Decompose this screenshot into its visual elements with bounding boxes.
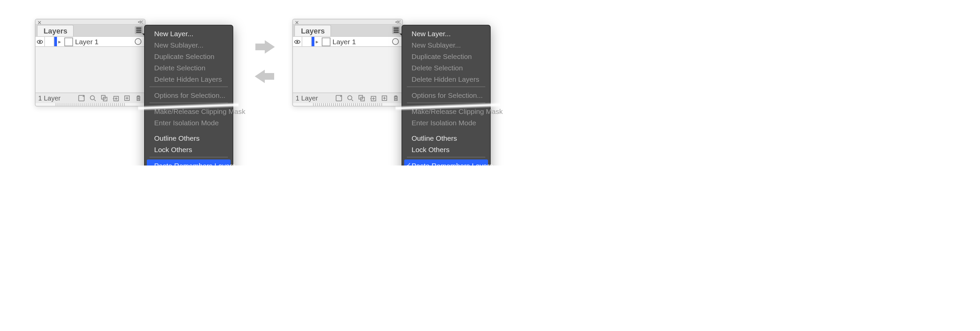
menu-options-for-selection: Options for Selection... — [402, 89, 490, 100]
new-layer-icon[interactable] — [380, 94, 388, 102]
panel-menu-icon[interactable] — [392, 26, 400, 34]
layers-panel: × << Layers ▸ Layer 1 1 Layer — [292, 19, 403, 107]
layer-row[interactable]: ▸ Layer 1 — [35, 36, 145, 47]
tab-layers[interactable]: Layers — [37, 25, 74, 36]
locate-object-icon[interactable] — [334, 94, 342, 102]
menu-delete-selection: Delete Selection — [145, 62, 232, 73]
menu-delete-hidden-layers: Delete Hidden Layers — [402, 73, 490, 84]
arrow-right-icon — [265, 40, 275, 54]
trash-icon[interactable] — [134, 94, 142, 102]
menu-paste-remembers-layers[interactable]: Paste Remembers Layers — [147, 159, 231, 166]
check-icon: ✓ — [406, 161, 412, 166]
menu-separator — [407, 86, 485, 87]
tab-layers[interactable]: Layers — [294, 25, 331, 36]
panel-flyout-menu: New Layer... New Sublayer... Duplicate S… — [144, 25, 233, 166]
menu-new-layer[interactable]: New Layer... — [145, 27, 232, 39]
locate-object-icon[interactable] — [77, 94, 85, 102]
resize-grip[interactable] — [56, 103, 125, 106]
lock-column[interactable] — [302, 37, 312, 46]
menu-options-for-selection: Options for Selection... — [145, 89, 232, 100]
collapse-icon[interactable]: << — [138, 19, 142, 25]
panel-body — [35, 47, 145, 92]
new-sublayer-icon[interactable] — [111, 94, 119, 102]
svg-point-3 — [90, 95, 94, 100]
menu-separator — [150, 86, 228, 87]
layers-panel: × << Layers ▸ Layer 1 1 Layer — [35, 19, 145, 107]
svg-point-1 — [39, 41, 41, 42]
menu-delete-selection: Delete Selection — [402, 62, 490, 73]
layer-count: 1 Layer — [296, 94, 331, 102]
menu-lock-others[interactable]: Lock Others — [402, 143, 490, 155]
panel-footer: 1 Layer — [293, 92, 402, 103]
panel-body — [293, 47, 402, 92]
svg-line-18 — [351, 100, 353, 101]
menu-separator — [150, 157, 228, 158]
menu-delete-hidden-layers: Delete Hidden Layers — [145, 73, 232, 84]
menu-label: Paste Remembers Layers — [412, 161, 493, 166]
clipping-mask-icon[interactable] — [357, 94, 365, 102]
layer-count: 1 Layer — [38, 94, 74, 102]
layer-thumbnail[interactable] — [64, 37, 73, 46]
search-icon[interactable] — [89, 94, 97, 102]
svg-line-4 — [94, 100, 95, 101]
panel-flyout-menu: New Layer... New Sublayer... Duplicate S… — [401, 25, 491, 166]
layer-thumbnail[interactable] — [322, 37, 331, 46]
new-sublayer-icon[interactable] — [369, 94, 377, 102]
collapse-icon[interactable]: << — [395, 19, 399, 25]
trash-icon[interactable] — [391, 94, 399, 102]
layer-name[interactable]: Layer 1 — [332, 38, 356, 46]
layer-color — [54, 37, 57, 46]
panel-menu-icon[interactable] — [135, 26, 143, 34]
clipping-mask-icon[interactable] — [100, 94, 108, 102]
menu-new-sublayer: New Sublayer... — [145, 39, 232, 50]
menu-paste-remembers-layers[interactable]: ✓Paste Remembers Layers — [404, 159, 488, 166]
lock-column[interactable] — [45, 37, 54, 46]
panel-titlebar[interactable]: × << — [293, 19, 402, 25]
menu-outline-others[interactable]: Outline Others — [145, 132, 232, 143]
layer-name[interactable]: Layer 1 — [75, 38, 99, 46]
visibility-icon[interactable] — [293, 37, 302, 46]
menu-lock-others[interactable]: Lock Others — [145, 143, 232, 155]
target-icon[interactable] — [135, 38, 142, 45]
layer-color — [312, 37, 314, 46]
resize-grip[interactable] — [313, 103, 382, 106]
expand-icon[interactable]: ▸ — [57, 38, 62, 45]
svg-point-15 — [296, 41, 298, 42]
new-layer-icon[interactable] — [123, 94, 131, 102]
menu-outline-others[interactable]: Outline Others — [402, 132, 490, 143]
expand-icon[interactable]: ▸ — [314, 38, 320, 45]
target-icon[interactable] — [392, 38, 399, 45]
menu-new-sublayer: New Sublayer... — [402, 39, 490, 50]
panel-footer: 1 Layer — [35, 92, 145, 103]
menu-new-layer[interactable]: New Layer... — [402, 27, 490, 39]
layer-row[interactable]: ▸ Layer 1 — [293, 36, 402, 47]
svg-point-17 — [347, 95, 351, 100]
arrow-left-icon — [255, 70, 265, 83]
visibility-icon[interactable] — [35, 37, 45, 46]
menu-duplicate-selection: Duplicate Selection — [145, 50, 232, 62]
search-icon[interactable] — [346, 94, 354, 102]
panel-titlebar[interactable]: × << — [35, 19, 145, 25]
menu-enter-isolation: Enter Isolation Mode — [145, 116, 232, 128]
menu-enter-isolation: Enter Isolation Mode — [402, 116, 490, 128]
menu-duplicate-selection: Duplicate Selection — [402, 50, 490, 62]
menu-separator — [407, 157, 485, 158]
